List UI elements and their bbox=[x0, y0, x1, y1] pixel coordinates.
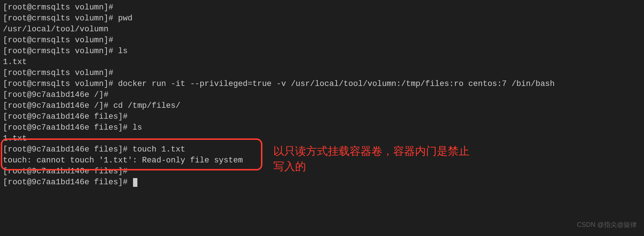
terminal-line: 1.txt bbox=[3, 57, 641, 68]
terminal-line: 1.txt bbox=[3, 133, 641, 144]
terminal-line: [root@crmsqlts volumn]# pwd bbox=[3, 13, 641, 24]
annotation-text: 以只读方式挂载容器卷，容器内门是禁止 写入的 bbox=[273, 143, 470, 174]
terminal-line: /usr/local/tool/volumn bbox=[3, 24, 641, 35]
terminal-line: [root@9c7aa1bd146e files]# bbox=[3, 177, 641, 188]
terminal-line: [root@9c7aa1bd146e files]# bbox=[3, 111, 641, 122]
annotation-line1: 以只读方式挂载容器卷，容器内门是禁止 bbox=[273, 145, 470, 157]
watermark-text: CSDN @指尖@旋律 bbox=[577, 219, 637, 230]
terminal-line: [root@crmsqlts volumn]# bbox=[3, 35, 641, 46]
terminal-line: [root@crmsqlts volumn]# docker run -it -… bbox=[3, 79, 641, 90]
terminal-line: [root@9c7aa1bd146e /]# cd /tmp/files/ bbox=[3, 101, 641, 111]
terminal-line: [root@crmsqlts volumn]# bbox=[3, 2, 641, 13]
terminal-line: [root@9c7aa1bd146e /]# bbox=[3, 90, 641, 101]
terminal-line: [root@crmsqlts volumn]# ls bbox=[3, 46, 641, 57]
terminal-cursor bbox=[133, 178, 137, 187]
terminal-line: [root@9c7aa1bd146e files]# ls bbox=[3, 122, 641, 133]
terminal-line: [root@crmsqlts volumn]# bbox=[3, 68, 641, 79]
annotation-line2: 写入的 bbox=[273, 160, 306, 172]
